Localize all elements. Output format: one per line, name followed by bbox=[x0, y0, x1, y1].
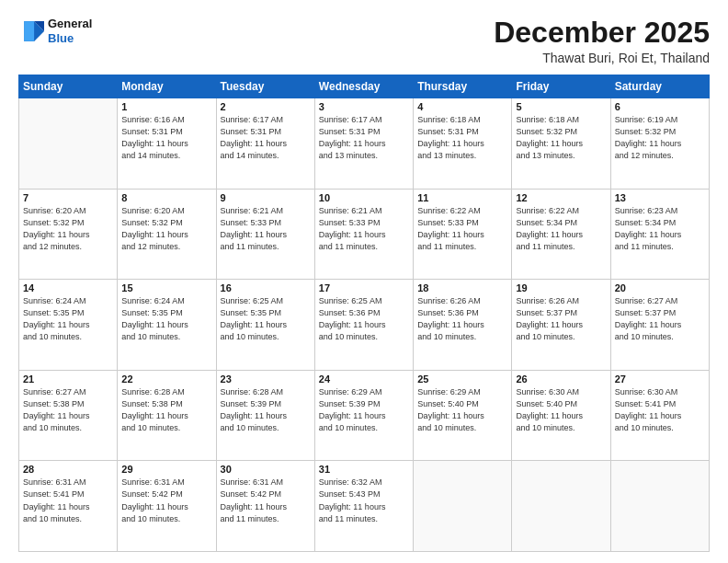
table-row: 9Sunrise: 6:21 AM Sunset: 5:33 PM Daylig… bbox=[216, 189, 314, 280]
calendar-week-row: 1Sunrise: 6:16 AM Sunset: 5:31 PM Daylig… bbox=[19, 98, 710, 190]
table-row: 2Sunrise: 6:17 AM Sunset: 5:31 PM Daylig… bbox=[216, 98, 314, 190]
calendar-table: Sunday Monday Tuesday Wednesday Thursday… bbox=[18, 75, 710, 552]
day-number: 20 bbox=[615, 282, 705, 293]
logo-text: General Blue bbox=[48, 17, 92, 45]
table-row: 6Sunrise: 6:19 AM Sunset: 5:32 PM Daylig… bbox=[610, 98, 709, 190]
table-row: 11Sunrise: 6:22 AM Sunset: 5:33 PM Dayli… bbox=[414, 189, 512, 280]
day-info: Sunrise: 6:21 AM Sunset: 5:33 PM Dayligh… bbox=[319, 205, 409, 253]
day-number: 15 bbox=[121, 282, 211, 293]
day-info: Sunrise: 6:18 AM Sunset: 5:31 PM Dayligh… bbox=[417, 114, 507, 162]
day-info: Sunrise: 6:21 AM Sunset: 5:33 PM Dayligh… bbox=[221, 205, 311, 253]
header: General Blue December 2025 Thawat Buri, … bbox=[18, 17, 710, 65]
table-row: 21Sunrise: 6:27 AM Sunset: 5:38 PM Dayli… bbox=[19, 370, 118, 461]
calendar-week-row: 7Sunrise: 6:20 AM Sunset: 5:32 PM Daylig… bbox=[19, 189, 710, 280]
table-row: 24Sunrise: 6:29 AM Sunset: 5:39 PM Dayli… bbox=[314, 370, 413, 461]
day-info: Sunrise: 6:26 AM Sunset: 5:37 PM Dayligh… bbox=[516, 295, 606, 343]
table-row: 8Sunrise: 6:20 AM Sunset: 5:32 PM Daylig… bbox=[118, 189, 216, 280]
table-row: 14Sunrise: 6:24 AM Sunset: 5:35 PM Dayli… bbox=[19, 280, 118, 371]
table-row: 25Sunrise: 6:29 AM Sunset: 5:40 PM Dayli… bbox=[414, 370, 512, 461]
day-info: Sunrise: 6:17 AM Sunset: 5:31 PM Dayligh… bbox=[221, 114, 311, 162]
day-number: 27 bbox=[615, 373, 705, 385]
table-row: 22Sunrise: 6:28 AM Sunset: 5:38 PM Dayli… bbox=[118, 370, 216, 461]
month-year: December 2025 bbox=[494, 17, 710, 49]
day-number: 14 bbox=[23, 282, 113, 293]
day-number: 3 bbox=[319, 101, 409, 112]
title-block: December 2025 Thawat Buri, Roi Et, Thail… bbox=[494, 17, 710, 65]
day-info: Sunrise: 6:25 AM Sunset: 5:35 PM Dayligh… bbox=[221, 295, 311, 343]
day-number: 11 bbox=[417, 192, 507, 203]
table-row: 28Sunrise: 6:31 AM Sunset: 5:41 PM Dayli… bbox=[19, 461, 118, 552]
table-row: 29Sunrise: 6:31 AM Sunset: 5:42 PM Dayli… bbox=[118, 461, 216, 552]
day-number: 6 bbox=[615, 101, 705, 112]
table-row: 5Sunrise: 6:18 AM Sunset: 5:32 PM Daylig… bbox=[512, 98, 610, 190]
day-info: Sunrise: 6:31 AM Sunset: 5:42 PM Dayligh… bbox=[121, 477, 211, 524]
day-info: Sunrise: 6:23 AM Sunset: 5:34 PM Dayligh… bbox=[615, 205, 705, 253]
day-number: 10 bbox=[319, 192, 409, 203]
day-number: 24 bbox=[319, 373, 409, 385]
table-row bbox=[512, 461, 610, 552]
day-info: Sunrise: 6:24 AM Sunset: 5:35 PM Dayligh… bbox=[23, 295, 113, 343]
day-info: Sunrise: 6:32 AM Sunset: 5:43 PM Dayligh… bbox=[319, 477, 409, 524]
page: General Blue December 2025 Thawat Buri, … bbox=[0, 0, 728, 563]
col-saturday: Saturday bbox=[610, 75, 709, 98]
calendar-week-row: 28Sunrise: 6:31 AM Sunset: 5:41 PM Dayli… bbox=[19, 461, 710, 552]
day-info: Sunrise: 6:19 AM Sunset: 5:32 PM Dayligh… bbox=[615, 114, 705, 162]
calendar-header-row: Sunday Monday Tuesday Wednesday Thursday… bbox=[19, 75, 710, 98]
calendar-week-row: 21Sunrise: 6:27 AM Sunset: 5:38 PM Dayli… bbox=[19, 370, 710, 461]
day-number: 21 bbox=[23, 373, 113, 385]
day-number: 8 bbox=[121, 192, 211, 203]
logo-icon bbox=[18, 18, 44, 44]
table-row: 12Sunrise: 6:22 AM Sunset: 5:34 PM Dayli… bbox=[512, 189, 610, 280]
location: Thawat Buri, Roi Et, Thailand bbox=[494, 51, 710, 65]
table-row: 15Sunrise: 6:24 AM Sunset: 5:35 PM Dayli… bbox=[118, 280, 216, 371]
day-info: Sunrise: 6:31 AM Sunset: 5:42 PM Dayligh… bbox=[221, 477, 311, 524]
day-info: Sunrise: 6:25 AM Sunset: 5:36 PM Dayligh… bbox=[319, 295, 409, 343]
day-number: 13 bbox=[615, 192, 705, 203]
table-row: 16Sunrise: 6:25 AM Sunset: 5:35 PM Dayli… bbox=[216, 280, 314, 371]
day-info: Sunrise: 6:17 AM Sunset: 5:31 PM Dayligh… bbox=[319, 114, 409, 162]
day-info: Sunrise: 6:29 AM Sunset: 5:40 PM Dayligh… bbox=[417, 386, 507, 434]
day-info: Sunrise: 6:20 AM Sunset: 5:32 PM Dayligh… bbox=[23, 205, 113, 253]
table-row: 13Sunrise: 6:23 AM Sunset: 5:34 PM Dayli… bbox=[610, 189, 709, 280]
table-row: 18Sunrise: 6:26 AM Sunset: 5:36 PM Dayli… bbox=[414, 280, 512, 371]
day-number: 23 bbox=[221, 373, 311, 385]
day-number: 17 bbox=[319, 282, 409, 293]
day-number: 12 bbox=[516, 192, 606, 203]
table-row: 30Sunrise: 6:31 AM Sunset: 5:42 PM Dayli… bbox=[216, 461, 314, 552]
day-number: 5 bbox=[516, 101, 606, 112]
table-row: 27Sunrise: 6:30 AM Sunset: 5:41 PM Dayli… bbox=[610, 370, 709, 461]
day-info: Sunrise: 6:24 AM Sunset: 5:35 PM Dayligh… bbox=[121, 295, 211, 343]
day-info: Sunrise: 6:30 AM Sunset: 5:41 PM Dayligh… bbox=[615, 386, 705, 434]
day-number: 1 bbox=[121, 101, 211, 112]
day-number: 2 bbox=[221, 101, 311, 112]
day-number: 22 bbox=[121, 373, 211, 385]
day-info: Sunrise: 6:28 AM Sunset: 5:38 PM Dayligh… bbox=[121, 386, 211, 434]
table-row: 23Sunrise: 6:28 AM Sunset: 5:39 PM Dayli… bbox=[216, 370, 314, 461]
day-info: Sunrise: 6:31 AM Sunset: 5:41 PM Dayligh… bbox=[23, 477, 113, 524]
day-info: Sunrise: 6:30 AM Sunset: 5:40 PM Dayligh… bbox=[516, 386, 606, 434]
table-row: 10Sunrise: 6:21 AM Sunset: 5:33 PM Dayli… bbox=[314, 189, 413, 280]
col-tuesday: Tuesday bbox=[216, 75, 314, 98]
table-row: 19Sunrise: 6:26 AM Sunset: 5:37 PM Dayli… bbox=[512, 280, 610, 371]
table-row bbox=[610, 461, 709, 552]
day-number: 19 bbox=[516, 282, 606, 293]
day-number: 29 bbox=[121, 464, 211, 475]
col-monday: Monday bbox=[118, 75, 216, 98]
day-number: 28 bbox=[23, 464, 113, 475]
table-row: 1Sunrise: 6:16 AM Sunset: 5:31 PM Daylig… bbox=[118, 98, 216, 190]
day-number: 7 bbox=[23, 192, 113, 203]
svg-marker-1 bbox=[24, 21, 34, 41]
table-row bbox=[414, 461, 512, 552]
day-number: 4 bbox=[417, 101, 507, 112]
calendar-week-row: 14Sunrise: 6:24 AM Sunset: 5:35 PM Dayli… bbox=[19, 280, 710, 371]
day-info: Sunrise: 6:22 AM Sunset: 5:34 PM Dayligh… bbox=[516, 205, 606, 253]
day-info: Sunrise: 6:22 AM Sunset: 5:33 PM Dayligh… bbox=[417, 205, 507, 253]
day-number: 9 bbox=[221, 192, 311, 203]
table-row: 3Sunrise: 6:17 AM Sunset: 5:31 PM Daylig… bbox=[314, 98, 413, 190]
table-row bbox=[19, 98, 118, 190]
table-row: 20Sunrise: 6:27 AM Sunset: 5:37 PM Dayli… bbox=[610, 280, 709, 371]
day-number: 16 bbox=[221, 282, 311, 293]
logo: General Blue bbox=[18, 17, 92, 45]
table-row: 17Sunrise: 6:25 AM Sunset: 5:36 PM Dayli… bbox=[314, 280, 413, 371]
col-sunday: Sunday bbox=[19, 75, 118, 98]
